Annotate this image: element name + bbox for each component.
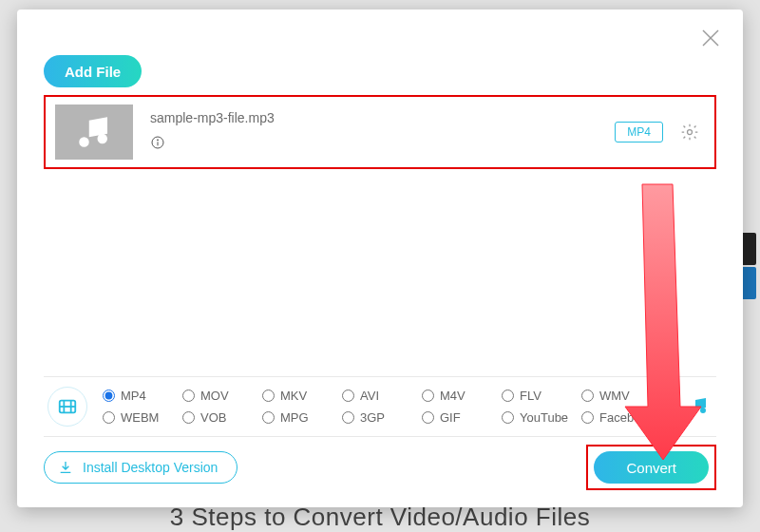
format-option-wmv[interactable]: WMV: [581, 389, 661, 403]
format-radio[interactable]: [342, 411, 354, 424]
format-label: MPG: [280, 410, 309, 425]
file-meta: sample-mp3-file.mp3: [150, 110, 615, 154]
format-option-vob[interactable]: VOB: [182, 410, 262, 425]
format-label: AVI: [360, 389, 379, 403]
format-label: FLV: [520, 389, 542, 403]
format-radio[interactable]: [581, 390, 594, 402]
gear-icon[interactable]: [680, 123, 699, 142]
format-radio[interactable]: [422, 390, 434, 402]
music-note-icon: [74, 112, 114, 152]
format-label: MKV: [280, 389, 307, 403]
format-radio[interactable]: [182, 390, 195, 402]
format-radio[interactable]: [422, 411, 434, 424]
format-label: MOV: [200, 389, 229, 403]
install-desktop-button[interactable]: Install Desktop Version: [44, 451, 238, 484]
download-icon: [58, 460, 73, 475]
format-option-flv[interactable]: FLV: [502, 389, 581, 403]
format-label: WMV: [599, 389, 630, 403]
video-category-icon[interactable]: [48, 387, 87, 427]
convert-button[interactable]: Convert: [594, 451, 709, 484]
format-option-avi[interactable]: AVI: [342, 389, 422, 403]
format-radio[interactable]: [182, 411, 195, 424]
format-label: VOB: [200, 410, 226, 425]
format-radio[interactable]: [262, 390, 275, 402]
format-label: MP4: [121, 389, 146, 403]
format-label: GIF: [440, 410, 461, 425]
info-icon[interactable]: [150, 135, 165, 150]
format-option-webm[interactable]: WEBM: [103, 410, 182, 425]
format-radio[interactable]: [103, 411, 115, 424]
format-radio[interactable]: [502, 411, 514, 424]
format-option-mpg[interactable]: MPG: [262, 410, 342, 425]
add-file-button[interactable]: Add File: [44, 55, 142, 87]
format-radio[interactable]: [103, 390, 115, 402]
format-radio[interactable]: [581, 411, 594, 424]
format-label: 3GP: [360, 410, 385, 425]
audio-thumbnail: [55, 104, 133, 160]
format-radio[interactable]: [502, 390, 514, 402]
format-grid: MP4MOVMKVAVIM4VFLVWMVWEBMVOBMPG3GPGIFYou…: [103, 389, 661, 425]
format-option-mov[interactable]: MOV: [182, 389, 262, 403]
format-option-m4v[interactable]: M4V: [422, 389, 502, 403]
install-desktop-label: Install Desktop Version: [83, 460, 218, 475]
format-label: WEBM: [121, 410, 159, 425]
svg-point-4: [157, 140, 158, 141]
format-selection-bar: MP4MOVMKVAVIM4VFLVWMVWEBMVOBMPG3GPGIFYou…: [44, 376, 716, 437]
modal-footer: Install Desktop Version Convert: [44, 445, 716, 490]
file-row: sample-mp3-file.mp3 MP4: [44, 95, 716, 169]
output-format-badge[interactable]: MP4: [615, 122, 663, 142]
close-icon[interactable]: [699, 27, 722, 49]
convert-highlight-box: Convert: [586, 445, 716, 490]
format-option-3gp[interactable]: 3GP: [342, 410, 422, 425]
format-label: YouTube: [520, 410, 568, 425]
format-option-gif[interactable]: GIF: [422, 410, 502, 425]
background-social-strip: [741, 233, 756, 301]
audio-category-icon[interactable]: [686, 394, 711, 419]
format-label: Facebook: [599, 410, 654, 425]
format-option-facebook[interactable]: Facebook: [581, 410, 661, 425]
format-option-youtube[interactable]: YouTube: [502, 410, 581, 425]
format-option-mp4[interactable]: MP4: [103, 389, 182, 403]
format-label: M4V: [440, 389, 466, 403]
svg-point-5: [688, 130, 693, 135]
format-option-mkv[interactable]: MKV: [262, 389, 342, 403]
format-radio[interactable]: [262, 411, 275, 424]
file-name-label: sample-mp3-file.mp3: [150, 110, 615, 125]
converter-modal: Add File sample-mp3-file.mp3 MP4 MP4MOVM…: [17, 10, 743, 507]
format-radio[interactable]: [342, 390, 354, 402]
